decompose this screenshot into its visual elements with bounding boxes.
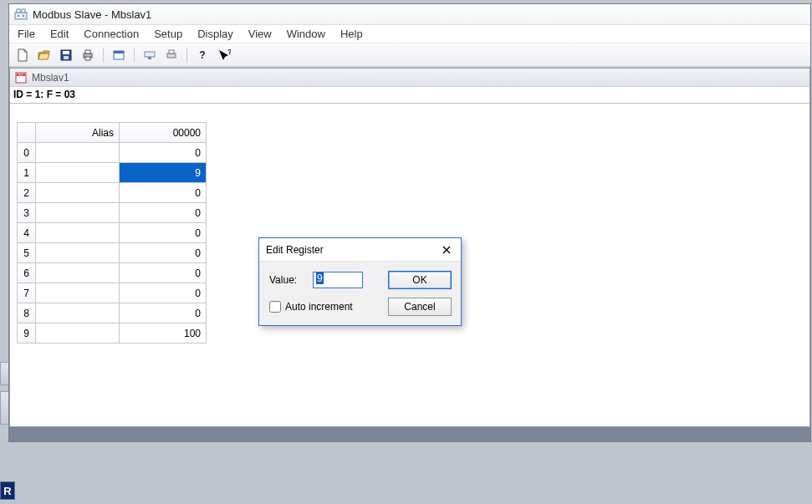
table-row[interactable]: 2 0 xyxy=(18,183,207,203)
table-row[interactable]: 6 0 xyxy=(18,263,207,283)
row-header[interactable]: 3 xyxy=(18,203,36,223)
svg-point-3 xyxy=(18,15,19,17)
menu-setup[interactable]: Setup xyxy=(154,28,182,40)
auto-increment-label: Auto increment xyxy=(285,301,353,313)
cell-value[interactable]: 0 xyxy=(120,143,207,163)
cell-alias[interactable] xyxy=(36,323,120,344)
window-button[interactable] xyxy=(109,46,129,64)
row-header[interactable]: 1 xyxy=(18,163,36,183)
menu-view[interactable]: View xyxy=(248,28,272,40)
cell-alias[interactable] xyxy=(36,303,120,323)
menu-file[interactable]: File xyxy=(18,28,35,40)
row-header[interactable]: 9 xyxy=(18,323,36,344)
ok-button[interactable]: OK xyxy=(388,271,452,289)
cell-value[interactable]: 0 xyxy=(120,183,207,203)
cell-value[interactable]: 0 xyxy=(120,263,207,283)
cell-alias[interactable] xyxy=(36,223,120,243)
cell-alias[interactable] xyxy=(36,183,120,203)
cell-alias[interactable] xyxy=(36,203,120,223)
cell-value[interactable]: 0 xyxy=(120,303,207,323)
new-button[interactable] xyxy=(13,46,33,64)
value-label: Value: xyxy=(269,274,306,286)
row-header[interactable]: 7 xyxy=(18,283,36,303)
register-table: Alias 00000 0 0 1 9 2 xyxy=(17,122,207,344)
cell-alias[interactable] xyxy=(36,143,120,163)
table-row[interactable]: 9 100 xyxy=(18,323,207,344)
table-row[interactable]: 4 0 xyxy=(18,223,207,243)
titlebar[interactable]: Modbus Slave - Mbslav1 xyxy=(9,4,810,25)
row-header[interactable]: 8 xyxy=(18,303,36,323)
save-button[interactable] xyxy=(56,46,76,64)
svg-rect-2 xyxy=(22,9,25,13)
cell-alias[interactable] xyxy=(36,283,120,303)
auto-increment-checkbox[interactable]: Auto increment xyxy=(269,301,381,313)
menubar: File Edit Connection Setup Display View … xyxy=(9,25,810,43)
connect-button[interactable] xyxy=(140,46,160,64)
background-r-badge: R xyxy=(0,481,15,500)
toolbar: ? ? xyxy=(9,43,810,67)
status-line: ID = 1: F = 03 xyxy=(10,87,809,104)
menu-help[interactable]: Help xyxy=(340,28,363,40)
cancel-button[interactable]: Cancel xyxy=(388,298,452,316)
background-bottom xyxy=(0,442,812,504)
menu-edit[interactable]: Edit xyxy=(50,28,69,40)
child-titlebar[interactable]: DOC Mbslav1 xyxy=(10,69,809,87)
svg-rect-7 xyxy=(64,56,69,59)
background-strip xyxy=(0,0,8,504)
svg-text:?: ? xyxy=(199,49,205,61)
app-window: Modbus Slave - Mbslav1 File Edit Connect… xyxy=(8,3,811,442)
table-row[interactable]: 7 0 xyxy=(18,283,207,303)
cell-value-selected[interactable]: 9 xyxy=(120,163,207,183)
cell-value[interactable]: 0 xyxy=(120,223,207,243)
child-title: Mbslav1 xyxy=(32,72,69,84)
row-header[interactable]: 5 xyxy=(18,243,36,263)
svg-rect-15 xyxy=(167,53,176,58)
table-row[interactable]: 0 0 xyxy=(18,143,207,163)
menu-connection[interactable]: Connection xyxy=(84,28,139,40)
col-header-alias[interactable]: Alias xyxy=(36,123,120,143)
svg-rect-13 xyxy=(145,52,155,57)
row-header[interactable]: 6 xyxy=(18,263,36,283)
print-button[interactable] xyxy=(78,46,98,64)
table-row[interactable]: 1 9 xyxy=(18,163,207,183)
help-button[interactable]: ? xyxy=(192,46,212,64)
cell-alias[interactable] xyxy=(36,163,120,183)
row-header[interactable]: 0 xyxy=(18,143,36,163)
table-row[interactable]: 8 0 xyxy=(18,303,207,323)
svg-rect-6 xyxy=(63,51,69,54)
svg-text:?: ? xyxy=(227,48,231,56)
auto-increment-input[interactable] xyxy=(269,301,281,313)
cell-value[interactable]: 100 xyxy=(120,323,207,344)
cell-alias[interactable] xyxy=(36,263,120,283)
toolbar-separator-2 xyxy=(134,48,135,63)
dialog-titlebar[interactable]: Edit Register xyxy=(259,238,461,262)
value-input[interactable]: 9 xyxy=(313,272,363,288)
svg-rect-9 xyxy=(85,50,90,53)
whats-this-button[interactable]: ? xyxy=(214,46,234,64)
cell-alias[interactable] xyxy=(36,243,120,263)
corner-header[interactable] xyxy=(18,123,36,143)
table-row[interactable]: 5 0 xyxy=(18,243,207,263)
menu-window[interactable]: Window xyxy=(287,28,325,40)
row-header[interactable]: 2 xyxy=(18,183,36,203)
open-button[interactable] xyxy=(34,46,54,64)
table-row[interactable]: 3 0 xyxy=(18,203,207,223)
cell-value[interactable]: 0 xyxy=(120,243,207,263)
svg-rect-1 xyxy=(17,9,20,13)
cell-value[interactable]: 0 xyxy=(120,283,207,303)
close-icon[interactable] xyxy=(439,242,454,257)
print2-button[interactable] xyxy=(161,46,181,64)
dialog-body: Value: 9 OK Auto increment Cancel xyxy=(259,262,461,325)
dialog-title: Edit Register xyxy=(266,244,324,256)
svg-text:DOC: DOC xyxy=(18,74,25,77)
value-input-text: 9 xyxy=(316,272,324,284)
col-header-value[interactable]: 00000 xyxy=(120,123,207,143)
cell-value[interactable]: 0 xyxy=(120,203,207,223)
toolbar-separator-3 xyxy=(186,48,187,63)
row-header[interactable]: 4 xyxy=(18,223,36,243)
doc-icon: DOC xyxy=(14,71,28,84)
menu-display[interactable]: Display xyxy=(197,28,233,40)
svg-rect-16 xyxy=(169,50,174,53)
mdi-area: DOC Mbslav1 ID = 1: F = 03 Alias 00000 0… xyxy=(9,67,810,441)
edit-register-dialog: Edit Register Value: 9 OK Auto increment… xyxy=(258,237,462,326)
